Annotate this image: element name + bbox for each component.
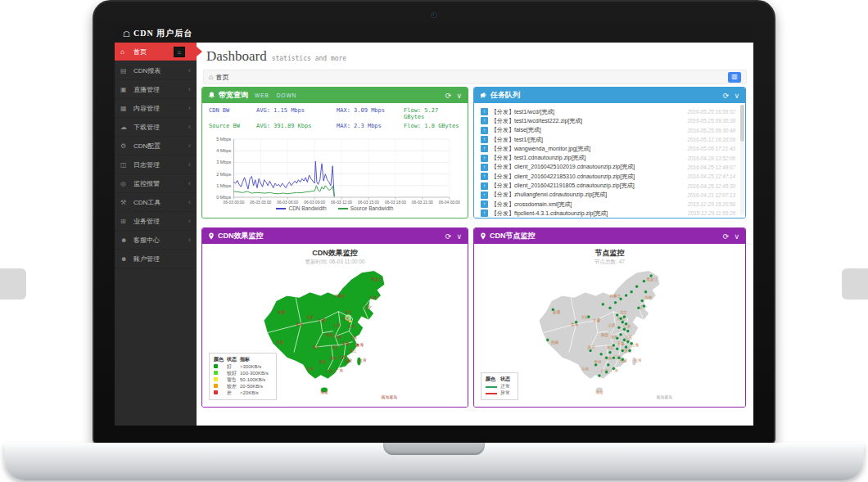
sidebar-item-cdn-tools[interactable]: ⚒CDN工具‹ <box>115 193 197 212</box>
sidebar-item-label: 下载管理 <box>133 123 160 132</box>
scrollbar-thumb[interactable] <box>740 105 744 142</box>
bandwidth-stat-row: CDN BWAVG: 1.15 MbpsMAX: 3.09 MbpsFlow: … <box>209 107 461 120</box>
svg-text:06-03 15:00: 06-03 15:00 <box>358 200 379 205</box>
svg-text:江苏: 江苏 <box>625 336 633 340</box>
task-label: 【分发】ftpclient-4.3.1.cdnautounzip.zip[完成] <box>491 209 608 218</box>
main-content: Dashboardstatistics and more ⌂ 首页 ▥ 带宽查询 <box>197 43 753 426</box>
sidebar-item-live-manage[interactable]: ▣直播管理‹ <box>115 80 197 99</box>
background-right-tab <box>842 268 868 300</box>
cdn-tools-icon: ⚒ <box>120 199 130 206</box>
refresh-icon[interactable]: ⟳ <box>723 232 730 241</box>
task-timestamp: 2016-05-12 16:16:09 <box>688 137 740 142</box>
svg-text:台湾: 台湾 <box>634 358 642 363</box>
sidebar-item-label: 直播管理 <box>133 85 160 94</box>
cdn-node-panel-body: 节点监控 节点总数: 47 新疆西藏青海甘肃内蒙古宁夏陕西山西河北北京辽宁吉林黑… <box>474 244 745 407</box>
svg-text:辽宁: 辽宁 <box>364 305 373 309</box>
task-row[interactable]: ↑【分发】test1.cdnautounzip.zip[完成]2016-04-2… <box>481 153 740 162</box>
live-manage-icon: ▣ <box>120 86 130 93</box>
task-row[interactable]: ↑【分发】false[完成]2016-05-25 09:30:48 <box>481 126 740 135</box>
task-row[interactable]: ↑【分发】test1/wcd/test222.zip[完成]2016-05-25… <box>481 116 740 125</box>
svg-text:吉林: 吉林 <box>369 295 377 300</box>
task-row[interactable]: ↑【分发】client_20160425102019.cdnautounzip.… <box>481 163 740 172</box>
chevron-left-icon: ‹ <box>188 236 191 244</box>
map-marker-icon <box>480 232 486 240</box>
task-timestamp: 2016-04-25 12:47:14 <box>688 173 740 179</box>
bandwidth-chart: 0 Mbps1 Mbps2 Mbps3 Mbps4 Mbps5 Mbps06-0… <box>202 133 468 207</box>
down-link[interactable]: DOWN <box>277 92 297 98</box>
cdn-effect-panel-body: CDN效果监控 更新时间: 06-03 11:00:00 新疆西藏青海甘肃内蒙古… <box>202 244 468 407</box>
task-row[interactable]: ↑【分发】ftpclient-4.3.1.cdnautounzip.zip[完成… <box>481 209 740 218</box>
svg-text:海南: 海南 <box>320 390 328 394</box>
sidebar-item-account-manage[interactable]: ☻账户管理 <box>115 250 197 268</box>
laptop-base <box>4 443 864 480</box>
svg-text:内蒙古: 内蒙古 <box>609 294 621 298</box>
sidebar-item-cdn-report[interactable]: ▤CDN报表‹ <box>115 61 197 80</box>
task-row[interactable]: ↑【分发】test1/[完成]2016-05-12 16:16:09 <box>481 135 740 144</box>
cdn-node-panel: CDN节点监控 ⟳ ∨ 节点监控 节点总数: 47 新疆西藏青海甘肃内蒙古宁夏陕… <box>473 227 746 408</box>
upload-icon: ↑ <box>481 136 488 143</box>
web-link[interactable]: WEB <box>255 92 269 98</box>
svg-text:06-03 06:00: 06-03 06:00 <box>277 200 298 205</box>
stat-value: MAX: 2.3 Mbps <box>337 123 404 129</box>
task-row[interactable]: ↑【分发】crossdomain.xml[完成]2015-12-29 15:20… <box>481 200 740 209</box>
task-label: 【分发】test1.cdnautounzip.zip[完成] <box>491 154 586 162</box>
home-icon: ⌂ <box>120 48 130 56</box>
sidebar-item-content-manage[interactable]: ▦内容管理‹ <box>115 99 197 118</box>
sidebar-item-label: 监控报警 <box>133 179 160 188</box>
task-timestamp: 2016-04-25 12:45:30 <box>688 183 740 189</box>
monitor-alarm-icon: ◎ <box>120 180 130 187</box>
task-queue-panel-body: ↑【分发】test1/wcd/[完成]2016-05-25 16:56:02↑【… <box>474 103 745 218</box>
legend-item: CDN Bandwidth <box>276 205 326 211</box>
svg-text:广西: 广西 <box>326 369 334 373</box>
svg-text:06-03 18:00: 06-03 18:00 <box>385 200 406 205</box>
collapse-icon[interactable]: ∨ <box>456 232 462 241</box>
task-row[interactable]: ↑【分发】client_20160421191805.cdnautounzip.… <box>481 181 740 190</box>
refresh-icon[interactable]: ⟳ <box>445 232 452 241</box>
svg-text:1 Mbps: 1 Mbps <box>216 183 231 188</box>
sidebar-item-download-manage[interactable]: ☁下载管理‹ <box>115 118 197 137</box>
svg-text:新疆: 新疆 <box>278 309 286 315</box>
svg-text:江苏: 江苏 <box>350 336 358 340</box>
svg-text:06-04 00:00: 06-04 00:00 <box>439 200 460 205</box>
breadcrumb-home-link[interactable]: 首页 <box>215 73 228 82</box>
task-timestamp: 2016-04-25 12:49:07 <box>688 164 740 170</box>
chevron-left-icon: ‹ <box>188 142 191 150</box>
sidebar-item-business-manage[interactable]: ⊞业务管理‹ <box>115 212 197 231</box>
legend-table: 颜色状态指标好>300KB/s较好100-300KB/s警告50-100KB/s… <box>214 356 272 397</box>
collapse-icon[interactable]: ∨ <box>456 92 462 100</box>
laptop-screen: ☖ CDN 用户后台 ⌂首页▤CDN报表‹▣直播管理‹▦内容管理‹☁下载管理‹⚙… <box>115 25 753 426</box>
sidebar-toggle-button[interactable]: ≡ <box>174 47 185 57</box>
cdn-report-icon: ▤ <box>120 67 130 74</box>
content-header: Dashboardstatistics and more <box>197 43 753 68</box>
stat-value: MAX: 3.09 Mbps <box>337 107 404 120</box>
sidebar-item-label: CDN配置 <box>133 142 160 151</box>
chart-legend: CDN BandwidthSource Bandwidth <box>202 205 468 211</box>
collapse-icon[interactable]: ∨ <box>734 232 739 241</box>
refresh-icon[interactable]: ⟳ <box>723 92 730 100</box>
sidebar-item-support-center[interactable]: ☻客服中心‹ <box>115 231 197 250</box>
sidebar-item-monitor-alarm[interactable]: ◎监控报警‹ <box>115 174 197 193</box>
task-row[interactable]: ↑【分发】client_20160422185310.cdnautounzip.… <box>481 172 740 181</box>
sidebar-item-log-manage[interactable]: ◫日志管理‹ <box>115 155 197 174</box>
breadcrumb-action-button[interactable]: ▥ <box>728 72 741 83</box>
scrollbar[interactable] <box>740 105 744 215</box>
sidebar-item-cdn-config[interactable]: ⚙CDN配置‹ <box>115 137 197 155</box>
collapse-icon[interactable]: ∨ <box>734 92 739 100</box>
refresh-icon[interactable]: ⟳ <box>445 92 452 100</box>
effect-map-title: CDN效果监控 <box>202 244 468 259</box>
sidebar-item-label: CDN工具 <box>133 198 160 207</box>
china-map-nodes[interactable]: 新疆西藏青海甘肃内蒙古宁夏陕西山西河北北京辽宁吉林黑龙江山东河南江苏安徽上海浙江… <box>517 265 703 406</box>
task-label: 【分发】zhuliangfenxi.cdnautounzip.zip[完成] <box>491 191 607 199</box>
upload-icon: ↑ <box>481 145 488 152</box>
bell-icon <box>208 92 215 99</box>
task-row[interactable]: ↑【分发】zhuliangfenxi.cdnautounzip.zip[完成]2… <box>481 191 740 200</box>
task-queue-panel-title: 任务队列 <box>491 90 520 101</box>
chevron-left-icon: ‹ <box>188 198 191 206</box>
upload-icon: ↑ <box>481 182 488 190</box>
task-row[interactable]: ↑【分发】test1/wcd/[完成]2016-05-25 16:56:02 <box>481 107 740 116</box>
bullhorn-icon <box>480 92 487 99</box>
task-row[interactable]: ↑【分发】wangwenda_monitor.jpg[完成]2016-05-06… <box>481 144 740 153</box>
svg-text:西藏: 西藏 <box>276 340 284 345</box>
sidebar-item-label: 业务管理 <box>133 217 160 226</box>
upload-icon: ↑ <box>481 164 488 171</box>
